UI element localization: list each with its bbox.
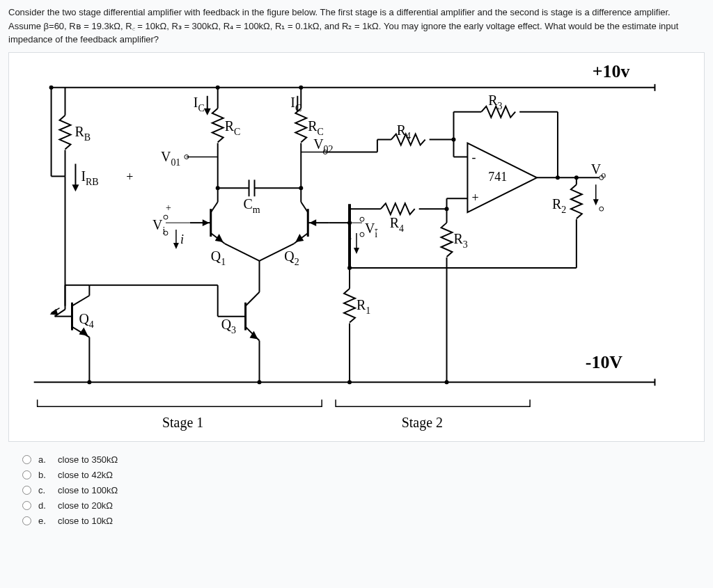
svg-point-109	[445, 380, 449, 384]
option-text: close to 350kΩ	[58, 454, 118, 465]
question-text: Consider the two stage differential ampl…	[8, 6, 705, 47]
rc2-label: RC	[308, 118, 324, 136]
rb-label: RB	[75, 123, 91, 142]
i-arrow-label: i	[180, 232, 184, 246]
svg-line-51	[225, 244, 260, 261]
svg-point-110	[556, 175, 560, 180]
radio-icon[interactable]	[22, 501, 31, 510]
option-e[interactable]: e. close to 10kΩ	[22, 516, 705, 526]
radio-icon[interactable]	[22, 470, 31, 479]
option-text: close to 42kΩ	[58, 470, 113, 480]
radio-icon[interactable]	[22, 455, 31, 464]
circuit-svg: +10v -10V Stage 1 Stage 2 RB IRB	[9, 53, 704, 441]
opamp-plus: +	[471, 191, 478, 205]
stage2-label: Stage 2	[402, 415, 443, 431]
svg-point-105	[299, 85, 303, 89]
vi-plus-marker: +	[166, 202, 171, 213]
option-text: close to 10kΩ	[58, 516, 113, 526]
opamp-minus: -	[471, 150, 476, 164]
q1-label: Q1	[211, 248, 226, 267]
svg-point-113	[452, 137, 456, 141]
question-line3: impedance of the feedback amplifier?	[8, 34, 159, 45]
svg-marker-96	[593, 199, 599, 205]
radio-icon[interactable]	[22, 516, 31, 525]
question-line2: Assume β=60, Rʙ = 19.3kΩ, R꜀ = 10kΩ, R₃ …	[8, 21, 678, 31]
circuit-diagram: +10v -10V Stage 1 Stage 2 RB IRB	[8, 52, 705, 442]
rc1-label: RC	[225, 118, 241, 136]
svg-point-111	[574, 175, 579, 180]
q4-label: Q4	[79, 310, 93, 329]
option-letter: b.	[38, 470, 51, 480]
svg-point-67	[360, 217, 364, 221]
svg-point-115	[299, 186, 303, 190]
r4b-label: R4	[390, 215, 404, 234]
svg-point-116	[347, 265, 352, 269]
svg-point-112	[445, 207, 449, 211]
q2-label: Q2	[284, 248, 299, 267]
stage1-label: Stage 1	[162, 415, 203, 431]
supply-neg-label: -10V	[586, 352, 623, 372]
svg-marker-50	[309, 219, 316, 226]
svg-line-13	[72, 295, 89, 305]
option-d[interactable]: d. close to 20kΩ	[22, 500, 705, 511]
svg-marker-64	[173, 243, 179, 249]
svg-line-56	[246, 292, 260, 305]
svg-point-71	[360, 232, 364, 237]
plus-marker: +	[126, 170, 133, 184]
option-text: close to 100kΩ	[58, 485, 118, 495]
irb-label: IRB	[81, 168, 98, 187]
svg-marker-44	[203, 219, 210, 226]
svg-marker-70	[354, 247, 359, 253]
svg-point-117	[347, 221, 352, 225]
supply-pos-label: +10v	[593, 61, 630, 81]
option-text: close to 20kΩ	[58, 500, 113, 511]
option-letter: a.	[38, 454, 51, 465]
cm-label: Cm	[244, 196, 260, 215]
q3-label: Q3	[221, 316, 236, 335]
answer-options: a. close to 350kΩ b. close to 42kΩ c. cl…	[8, 454, 705, 526]
r2-label: R2	[552, 196, 566, 215]
option-letter: e.	[38, 516, 51, 526]
svg-point-103	[49, 85, 54, 89]
ic1-label: IC	[194, 94, 205, 113]
svg-point-107	[258, 380, 262, 384]
svg-point-61	[164, 215, 168, 219]
svg-point-114	[216, 186, 220, 190]
question-line1: Consider the two stage differential ampl…	[8, 7, 671, 17]
option-b[interactable]: b. close to 42kΩ	[22, 470, 705, 480]
option-a[interactable]: a. close to 350kΩ	[22, 454, 705, 465]
r3b-label: R3	[454, 231, 468, 250]
svg-marker-27	[204, 108, 211, 115]
svg-point-104	[216, 85, 220, 89]
svg-point-106	[87, 380, 91, 384]
svg-point-108	[347, 380, 352, 384]
r1-label: R1	[356, 296, 370, 315]
radio-icon[interactable]	[22, 486, 31, 495]
option-letter: c.	[38, 485, 51, 495]
svg-point-97	[600, 207, 604, 211]
opamp-label: 741	[488, 170, 507, 184]
svg-line-47	[301, 202, 308, 212]
option-letter: d.	[38, 500, 51, 511]
option-c[interactable]: c. close to 100kΩ	[22, 485, 705, 495]
ic2-label: IC	[290, 94, 301, 113]
v01-label: V01	[161, 149, 180, 168]
svg-line-41	[211, 202, 218, 212]
svg-marker-7	[72, 184, 79, 191]
